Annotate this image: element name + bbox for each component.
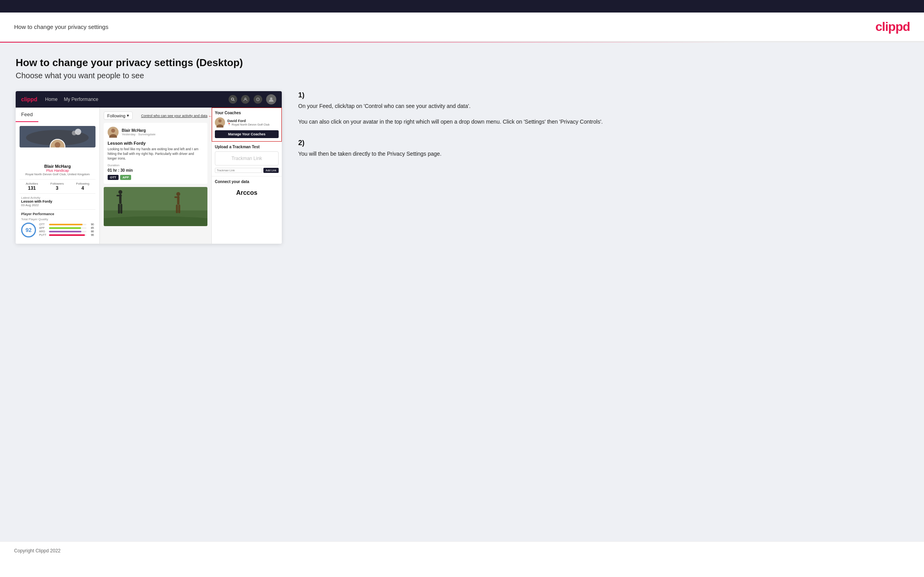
- latest-activity-date: 03 Aug 2022: [21, 203, 94, 207]
- trackman-title: Upload a Trackman Test: [215, 145, 279, 149]
- pp-bar-track-putt: [49, 234, 86, 236]
- manage-coaches-button[interactable]: Manage Your Coaches: [215, 130, 279, 138]
- nav-link-performance[interactable]: My Performance: [64, 97, 98, 102]
- trackman-placeholder-text: Trackman Link: [231, 156, 262, 161]
- profile-stats: Activities 131 Followers 3 Following 4: [20, 179, 95, 194]
- pp-bar-track-arg: [49, 231, 86, 232]
- pp-bar-ott: OTT 90: [39, 223, 94, 226]
- pp-bar-val-app: 85: [88, 226, 94, 229]
- pp-bar-val-arg: 86: [88, 230, 94, 233]
- pp-bar-label-arg: ARG: [39, 230, 48, 233]
- svg-point-30: [218, 119, 222, 122]
- post-golf-image: [104, 187, 207, 226]
- add-link-button[interactable]: Add Link: [263, 168, 279, 173]
- app-logo: clippd: [21, 96, 37, 102]
- feed-control: Following ▾ Control who can see your act…: [104, 111, 207, 120]
- feed-tab[interactable]: Feed: [16, 108, 38, 122]
- instruction-1-number: 1): [298, 91, 904, 99]
- pp-bar-label-putt: PUTT: [39, 234, 48, 236]
- profile-name: Blair McHarg: [20, 164, 95, 169]
- trackman-placeholder-box: Trackman Link: [215, 151, 279, 165]
- trackman-link-input[interactable]: [215, 168, 262, 173]
- svg-line-1: [234, 100, 235, 101]
- pp-bar-label-app: APP: [39, 226, 48, 229]
- post-duration-value: 01 hr : 30 min: [108, 168, 204, 173]
- post-date: Yesterday · Sunningdale: [122, 133, 155, 136]
- app-screenshot: clippd Home My Performance: [16, 91, 282, 244]
- coach-club: 📍 Royal North Devon Golf Club: [227, 123, 270, 126]
- app-nav-right: [229, 94, 276, 104]
- instruction-2: 2) You will then be taken directly to th…: [298, 139, 904, 158]
- latest-activity-label: Latest Activity: [21, 196, 94, 200]
- location-icon: 📍: [227, 123, 231, 126]
- svg-point-0: [231, 98, 234, 100]
- instruction-2-text: You will then be taken directly to the P…: [298, 149, 904, 158]
- following-stat: Following 4: [76, 182, 89, 191]
- pp-bar-track-app: [49, 227, 86, 229]
- post-author-name: Blair McHarg: [122, 128, 155, 133]
- control-activity-link[interactable]: Control who can see your activity and da…: [141, 114, 207, 118]
- pp-bar-track-ott: [49, 224, 86, 225]
- app-sidebar: Feed: [16, 108, 100, 244]
- followers-label: Followers: [50, 182, 64, 185]
- header: How to change your privacy settings clip…: [0, 13, 924, 42]
- post-card: Blair McHarg Yesterday · Sunningdale Les…: [104, 123, 207, 184]
- app-nav: clippd Home My Performance: [16, 91, 282, 108]
- svg-rect-27: [176, 205, 178, 213]
- pp-bar-val-ott: 90: [88, 223, 94, 226]
- connect-section: Connect your data Arccos: [212, 176, 282, 203]
- coaches-wrapper: Your Coaches David Ford 📍 Royal North: [212, 108, 282, 142]
- chevron-down-icon: ▾: [127, 113, 129, 118]
- following-value: 4: [76, 185, 89, 191]
- profile-avatar: [50, 139, 65, 147]
- instructions-column: 1) On your Feed, click/tap on 'Control w…: [294, 91, 908, 171]
- pp-score-row: 92 OTT 90 APP: [21, 223, 94, 237]
- following-label: Following: [107, 113, 125, 118]
- badge-ott: OTT: [108, 175, 119, 180]
- latest-activity-section: Latest Activity Lesson with Fordy 03 Aug…: [20, 194, 95, 209]
- following-label: Following: [76, 182, 89, 185]
- pp-bar-fill-arg: [49, 231, 81, 232]
- post-header: Blair McHarg Yesterday · Sunningdale: [108, 127, 204, 138]
- instruction-2-number: 2): [298, 139, 904, 147]
- svg-point-19: [119, 190, 122, 194]
- pp-title: Player Performance: [21, 212, 94, 216]
- post-avatar: [108, 127, 119, 138]
- svg-point-9: [72, 131, 77, 135]
- activities-label: Activities: [26, 182, 38, 185]
- coaches-section: Your Coaches David Ford 📍 Royal North: [212, 108, 282, 142]
- profile-handicap: Plus Handicap: [20, 169, 95, 173]
- latest-activity-value: Lesson with Fordy: [21, 200, 94, 203]
- profile-club: Royal North Devon Golf Club, United King…: [20, 173, 95, 176]
- instruction-1: 1) On your Feed, click/tap on 'Control w…: [298, 91, 904, 126]
- svg-rect-28: [178, 205, 180, 213]
- activities-stat: Activities 131: [26, 182, 38, 191]
- coach-name: David Ford: [227, 119, 270, 123]
- page-heading: How to change your privacy settings (Des…: [16, 57, 908, 69]
- post-badges: OTT APP: [108, 175, 204, 180]
- following-button[interactable]: Following ▾: [104, 111, 133, 120]
- svg-rect-26: [175, 196, 180, 198]
- app-right-panel: Your Coaches David Ford 📍 Royal North: [211, 108, 282, 244]
- user-avatar-nav[interactable]: [266, 94, 276, 104]
- user-icon[interactable]: [241, 95, 250, 104]
- compass-icon[interactable]: [254, 95, 262, 104]
- svg-point-18: [104, 216, 207, 226]
- svg-point-24: [177, 192, 180, 196]
- trackman-input-row: Add Link: [215, 168, 279, 173]
- page-subheading: Choose what you want people to see: [16, 71, 908, 80]
- profile-section: Blair McHarg Plus Handicap Royal North D…: [16, 122, 99, 244]
- activities-value: 131: [26, 185, 38, 191]
- main-content: How to change your privacy settings (Des…: [0, 43, 924, 541]
- coach-club-text: Royal North Devon Golf Club: [232, 123, 270, 126]
- pp-bar-app: APP 85: [39, 226, 94, 229]
- nav-link-home[interactable]: Home: [45, 97, 58, 102]
- pp-bars: OTT 90 APP 85: [39, 223, 94, 237]
- connect-title: Connect your data: [215, 180, 279, 184]
- profile-avatar-container: [50, 139, 65, 147]
- coach-info: David Ford 📍 Royal North Devon Golf Club: [227, 119, 270, 126]
- profile-banner: [20, 126, 95, 147]
- pp-bar-fill-putt: [49, 234, 85, 236]
- search-icon[interactable]: [229, 95, 237, 104]
- app-nav-links: Home My Performance: [45, 97, 98, 102]
